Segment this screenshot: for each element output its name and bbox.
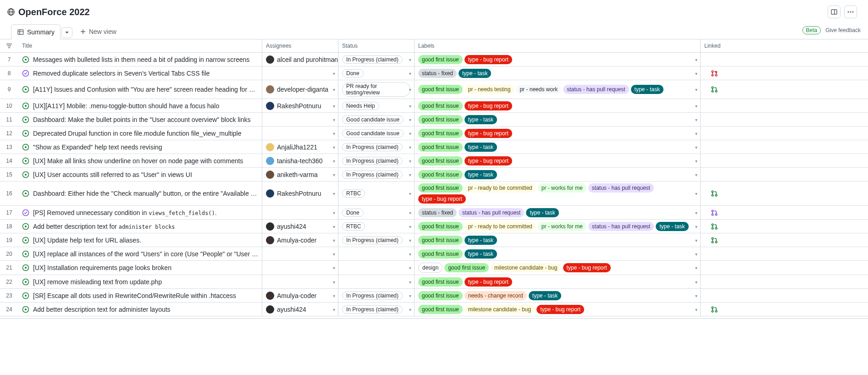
labels-cell[interactable]: good first issuetype - bug report▾ — [415, 127, 701, 140]
title-cell[interactable]: [UX] Make all links show underline on ho… — [18, 154, 262, 167]
status-cell[interactable]: Needs Help▾ — [338, 99, 415, 112]
assignee-cell[interactable]: ▾ — [262, 247, 338, 260]
table-row[interactable]: 12Deprecated Drupal function in core fil… — [0, 127, 868, 140]
cell-dropdown-caret[interactable]: ▾ — [695, 71, 697, 76]
cell-dropdown-caret[interactable]: ▾ — [409, 103, 411, 108]
cell-dropdown-caret[interactable]: ▾ — [409, 131, 411, 136]
table-row[interactable]: 23[SR] Escape all dots used in RewriteCo… — [0, 289, 868, 303]
status-cell[interactable]: ▾ — [338, 247, 415, 260]
linked-cell[interactable] — [701, 182, 728, 205]
labels-cell[interactable]: good first issuepr - ready to be committ… — [415, 220, 701, 233]
cell-dropdown-caret[interactable]: ▾ — [333, 265, 335, 270]
status-cell[interactable]: Done▾ — [338, 206, 415, 219]
cell-dropdown-caret[interactable]: ▾ — [333, 237, 335, 243]
status-cell[interactable]: In Progress (claimed)▾ — [338, 289, 415, 302]
cell-dropdown-caret[interactable]: ▾ — [695, 117, 697, 122]
linked-cell[interactable] — [701, 99, 728, 112]
linked-cell[interactable] — [701, 206, 728, 219]
title-cell[interactable]: [SR] Escape all dots used in RewriteCond… — [18, 289, 262, 302]
labels-cell[interactable]: good first issuemilestone candidate - bu… — [415, 303, 701, 316]
status-cell[interactable]: In Progress (claimed)▾ — [338, 303, 415, 316]
table-row[interactable]: 14[UX] Make all links show underline on … — [0, 154, 868, 168]
assignee-cell[interactable]: ayushi424▾ — [262, 303, 338, 316]
status-cell[interactable]: In Progress (claimed)▾ — [338, 140, 415, 154]
assignee-cell[interactable]: ▾ — [262, 113, 338, 126]
cell-dropdown-caret[interactable]: ▾ — [695, 131, 697, 136]
title-cell[interactable]: Add better description text for administ… — [18, 303, 262, 316]
title-cell[interactable]: [UX] Update help text for URL aliases. — [18, 233, 262, 247]
status-cell[interactable]: ▾ — [338, 275, 415, 288]
labels-cell[interactable]: good first issuetype - bug report▾ — [415, 275, 701, 288]
labels-cell[interactable]: good first issuepr - ready to be committ… — [415, 182, 701, 205]
cell-dropdown-caret[interactable]: ▾ — [695, 57, 697, 62]
assignee-cell[interactable]: ▾ — [262, 127, 338, 140]
cell-dropdown-caret[interactable]: ▾ — [333, 251, 335, 256]
cell-dropdown-caret[interactable]: ▾ — [409, 144, 411, 149]
assignee-cell[interactable]: aniketh-varma▾ — [262, 168, 338, 181]
cell-dropdown-caret[interactable]: ▾ — [695, 237, 697, 243]
title-cell[interactable]: "Show as Expanded" help text needs revis… — [18, 140, 262, 154]
linked-cell[interactable] — [701, 247, 728, 260]
table-row[interactable]: 8Removed duplicate selectors in Seven's … — [0, 66, 868, 80]
assignee-cell[interactable]: ▾ — [262, 275, 338, 288]
assignee-cell[interactable]: ▾ — [262, 261, 338, 275]
column-header-labels[interactable]: Labels — [415, 39, 701, 52]
cell-dropdown-caret[interactable]: ▾ — [695, 224, 697, 229]
cell-dropdown-caret[interactable]: ▾ — [333, 57, 335, 62]
cell-dropdown-caret[interactable]: ▾ — [409, 172, 411, 177]
table-row[interactable]: 21[UX] Installation requirements page lo… — [0, 261, 868, 275]
cell-dropdown-caret[interactable]: ▾ — [333, 87, 335, 92]
labels-cell[interactable]: designgood first issuemilestone candidat… — [415, 261, 701, 275]
title-cell[interactable]: [UX][A11Y] Mobile: .menu-toggle-button s… — [18, 99, 262, 112]
status-cell[interactable]: In Progress (claimed)▾ — [338, 168, 415, 181]
more-options-button[interactable] — [844, 6, 857, 18]
title-cell[interactable]: Add better description text for administ… — [18, 220, 262, 233]
table-row[interactable]: 18Add better description text for admini… — [0, 220, 868, 233]
cell-dropdown-caret[interactable]: ▾ — [409, 293, 411, 298]
assignee-cell[interactable]: Amulya-coder▾ — [262, 233, 338, 247]
cell-dropdown-caret[interactable]: ▾ — [695, 265, 697, 270]
linked-cell[interactable] — [701, 154, 728, 167]
assignee-cell[interactable]: ▾ — [262, 206, 338, 219]
labels-cell[interactable]: status - fixedstatus - has pull requestt… — [415, 206, 701, 219]
assignee-cell[interactable]: tanisha-tech360▾ — [262, 154, 338, 167]
title-cell[interactable]: [UX] User accounts still referred to as … — [18, 168, 262, 181]
labels-cell[interactable]: good first issuetype - bug report▾ — [415, 99, 701, 112]
cell-dropdown-caret[interactable]: ▾ — [333, 172, 335, 177]
status-cell[interactable]: In Progress (claimed)▾ — [338, 233, 415, 247]
cell-dropdown-caret[interactable]: ▾ — [333, 307, 335, 312]
linked-cell[interactable] — [701, 80, 728, 99]
tab-summary[interactable]: Summary — [11, 24, 61, 39]
table-row[interactable]: 13"Show as Expanded" help text needs rev… — [0, 140, 868, 154]
cell-dropdown-caret[interactable]: ▾ — [695, 293, 697, 298]
linked-cell[interactable] — [701, 168, 728, 181]
table-row[interactable]: 15[UX] User accounts still referred to a… — [0, 168, 868, 182]
labels-cell[interactable]: good first issuetype - task▾ — [415, 233, 701, 247]
assignee-cell[interactable]: ayushi424▾ — [262, 220, 338, 233]
cell-dropdown-caret[interactable]: ▾ — [409, 237, 411, 243]
cell-dropdown-caret[interactable]: ▾ — [333, 71, 335, 76]
labels-cell[interactable]: good first issuetype - task▾ — [415, 140, 701, 154]
status-cell[interactable]: ▾ — [338, 261, 415, 275]
labels-cell[interactable]: good first issuetype - bug report▾ — [415, 53, 701, 66]
labels-cell[interactable]: good first issuepr - needs testingpr - n… — [415, 80, 701, 99]
cell-dropdown-caret[interactable]: ▾ — [409, 191, 411, 196]
linked-cell[interactable] — [701, 275, 728, 288]
status-cell[interactable]: Done▾ — [338, 66, 415, 80]
give-feedback-link[interactable]: Give feedback — [825, 27, 861, 33]
linked-cell[interactable] — [701, 66, 728, 80]
table-row[interactable]: 17[PS] Removed unnecessary condition in … — [0, 206, 868, 220]
title-cell[interactable]: Messages with bulleted lists in them nee… — [18, 53, 262, 66]
linked-cell[interactable] — [701, 289, 728, 302]
cell-dropdown-caret[interactable]: ▾ — [409, 158, 411, 163]
linked-cell[interactable] — [701, 233, 728, 247]
cell-dropdown-caret[interactable]: ▾ — [695, 87, 697, 92]
cell-dropdown-caret[interactable]: ▾ — [333, 210, 335, 215]
assignee-cell[interactable]: Amulya-coder▾ — [262, 289, 338, 302]
linked-cell[interactable] — [701, 53, 728, 66]
status-cell[interactable]: In Progress (claimed)▾ — [338, 53, 415, 66]
assignee-cell[interactable]: alceil and purohitman▾ — [262, 53, 338, 66]
cell-dropdown-caret[interactable]: ▾ — [333, 103, 335, 108]
title-cell[interactable]: Dashboard: Make the bullet points in the… — [18, 113, 262, 126]
cell-dropdown-caret[interactable]: ▾ — [409, 71, 411, 76]
